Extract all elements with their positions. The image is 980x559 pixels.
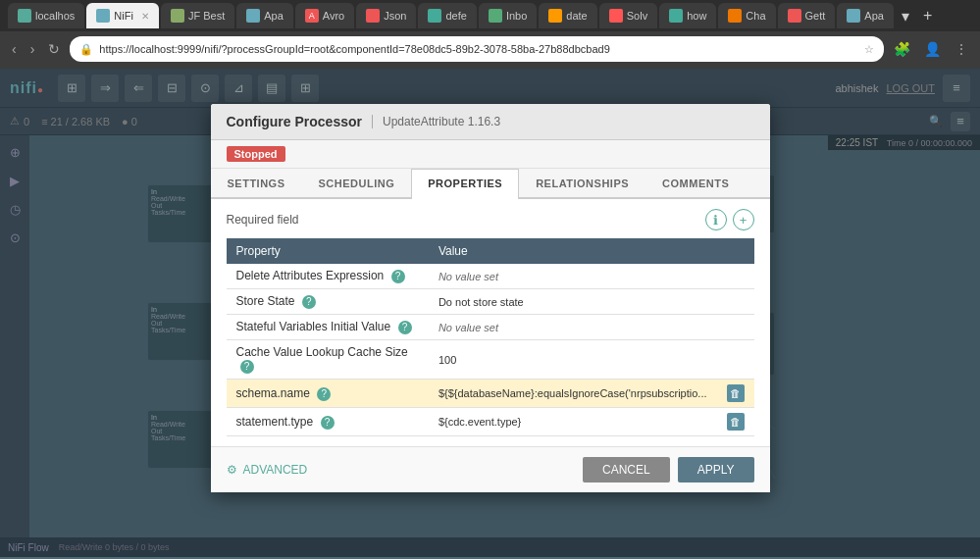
- required-field-bar: Required field ℹ +: [227, 209, 754, 230]
- browser-tab-inbox[interactable]: Inbo: [479, 3, 537, 28]
- prop-action-cell: [717, 315, 754, 340]
- property-col-header: Property: [227, 238, 429, 264]
- prop-name-cell: Store State ?: [227, 289, 429, 315]
- tab-label: Gett: [805, 10, 826, 22]
- dialog-status-bar: Stopped: [211, 140, 770, 169]
- browser-tab-json[interactable]: Json: [356, 3, 416, 28]
- status-badge: Stopped: [227, 146, 285, 162]
- prop-value-cell[interactable]: No value set: [429, 315, 717, 340]
- prop-name-cell: Stateful Variables Initial Value ?: [227, 315, 429, 340]
- prop-action-cell: 🗑: [717, 408, 754, 436]
- tab-properties[interactable]: PROPERTIES: [411, 169, 519, 199]
- menu-icon[interactable]: ⋮: [951, 39, 972, 59]
- tab-settings[interactable]: SETTINGS: [211, 169, 302, 197]
- required-field-label: Required field: [227, 213, 299, 227]
- tab-label: Cha: [746, 10, 765, 22]
- gear-icon: ⚙: [227, 463, 237, 477]
- dialog-body: Required field ℹ + Property Value: [211, 199, 770, 446]
- tab-close-icon[interactable]: ✕: [141, 11, 149, 22]
- dialog-tabs: SETTINGS SCHEDULING PROPERTIES RELATIONS…: [211, 169, 770, 199]
- bookmark-icon[interactable]: ☆: [864, 43, 874, 56]
- tab-comments[interactable]: COMMENTS: [645, 169, 746, 197]
- browser-tab-date[interactable]: date: [539, 3, 596, 28]
- action-col-header: [717, 238, 754, 264]
- tab-label: localhos: [35, 10, 75, 22]
- add-property-button[interactable]: +: [733, 209, 754, 230]
- delete-property-button[interactable]: 🗑: [727, 413, 745, 431]
- help-icon[interactable]: ?: [321, 416, 335, 430]
- browser-tab-gett[interactable]: Gett: [778, 3, 836, 28]
- table-row: Stateful Variables Initial Value ? No va…: [227, 315, 754, 340]
- help-icon[interactable]: ?: [398, 321, 412, 334]
- required-field-icons: ℹ +: [705, 209, 754, 230]
- tab-label: Json: [384, 10, 406, 22]
- dialog-version: UpdateAttribute 1.16.3: [372, 115, 500, 128]
- table-row: Delete Attributes Expression ? No value …: [227, 264, 754, 289]
- prop-name-cell: statement.type ?: [227, 408, 429, 436]
- reload-button[interactable]: ↻: [44, 39, 64, 59]
- tab-label: defe: [445, 10, 466, 22]
- tab-label: NiFi: [114, 10, 133, 22]
- prop-action-cell: [717, 289, 754, 315]
- modal-overlay: Configure Processor UpdateAttribute 1.16…: [0, 69, 980, 557]
- apply-button[interactable]: APPLY: [678, 457, 754, 483]
- dialog-footer: ⚙ ADVANCED CANCEL APPLY: [211, 446, 770, 492]
- browser-nav-bar: ‹ › ↻ 🔒 https://localhost:9999/nifi/?pro…: [0, 31, 980, 67]
- prop-action-cell: [717, 264, 754, 289]
- tab-label: Avro: [323, 10, 344, 22]
- prop-value-cell[interactable]: 100: [429, 340, 717, 380]
- nifi-app: nifi● ⊞ ⇒ ⇐ ⊟ ⊙ ⊿ ▤ ⊞ abhishek LOG OUT ≡…: [0, 69, 980, 557]
- browser-tab-localhost[interactable]: localhos: [8, 3, 84, 28]
- browser-tab-how[interactable]: how: [659, 3, 716, 28]
- browser-tab-apa1[interactable]: Apa: [236, 3, 293, 28]
- tab-label: how: [687, 10, 706, 22]
- cancel-button[interactable]: CANCEL: [583, 457, 670, 483]
- help-icon[interactable]: ?: [317, 387, 331, 401]
- more-tabs-icon[interactable]: ▾: [896, 7, 915, 25]
- prop-value-cell[interactable]: ${${databaseName}:equalsIgnoreCase('nrps…: [429, 380, 717, 408]
- browser-tab-jf[interactable]: JF Best: [161, 3, 234, 28]
- browser-tab-cha[interactable]: Cha: [718, 3, 775, 28]
- delete-property-button[interactable]: 🗑: [727, 384, 745, 402]
- prop-value-cell[interactable]: Do not store state: [429, 289, 717, 315]
- info-button[interactable]: ℹ: [705, 209, 727, 230]
- table-row: schema.name ? ${${databaseName}:equalsIg…: [227, 380, 754, 408]
- prop-value-cell[interactable]: No value set: [429, 264, 717, 289]
- browser-tab-apa2[interactable]: Apa: [837, 3, 894, 28]
- prop-name-cell: Delete Attributes Expression ?: [227, 264, 429, 289]
- extensions-icon[interactable]: 🧩: [890, 39, 914, 59]
- tab-label: date: [566, 10, 587, 22]
- browser-tab-defe[interactable]: defe: [418, 3, 476, 28]
- prop-name-cell: Cache Value Lookup Cache Size ?: [227, 340, 429, 380]
- dialog-header: Configure Processor UpdateAttribute 1.16…: [211, 104, 770, 140]
- browser-tab-nifi[interactable]: NiFi ✕: [86, 3, 159, 28]
- tab-label: Apa: [264, 10, 284, 22]
- url-text: https://localhost:9999/nifi/?processGrou…: [99, 43, 858, 55]
- dialog-title: Configure Processor: [227, 114, 362, 129]
- prop-action-cell: [717, 340, 754, 380]
- advanced-button[interactable]: ⚙ ADVANCED: [227, 463, 308, 477]
- prop-action-cell: 🗑: [717, 380, 754, 408]
- back-button[interactable]: ‹: [8, 39, 21, 59]
- table-row: statement.type ? ${cdc.event.type} 🗑: [227, 408, 754, 436]
- profile-icon[interactable]: 👤: [920, 39, 945, 59]
- tab-relationships[interactable]: RELATIONSHIPS: [519, 169, 645, 197]
- forward-button[interactable]: ›: [26, 39, 39, 59]
- help-icon[interactable]: ?: [240, 360, 254, 374]
- prop-value-cell[interactable]: ${cdc.event.type}: [429, 408, 717, 436]
- table-row: Store State ? Do not store state: [227, 289, 754, 315]
- configure-processor-dialog: Configure Processor UpdateAttribute 1.16…: [211, 104, 770, 492]
- browser-tab-avro[interactable]: A Avro: [295, 3, 354, 28]
- address-bar[interactable]: 🔒 https://localhost:9999/nifi/?processGr…: [70, 36, 884, 62]
- tab-label: Solv: [627, 10, 647, 22]
- value-col-header: Value: [429, 238, 717, 264]
- help-icon[interactable]: ?: [302, 295, 316, 309]
- browser-tab-solv[interactable]: Solv: [599, 3, 657, 28]
- tab-label: JF Best: [188, 10, 225, 22]
- browser-tabs-bar: localhos NiFi ✕ JF Best Apa A Avro Json …: [0, 0, 980, 31]
- tab-scheduling[interactable]: SCHEDULING: [302, 169, 412, 197]
- new-tab-button[interactable]: +: [917, 7, 938, 25]
- help-icon[interactable]: ?: [391, 270, 405, 283]
- tab-label: Inbo: [506, 10, 527, 22]
- footer-actions: CANCEL APPLY: [583, 457, 754, 483]
